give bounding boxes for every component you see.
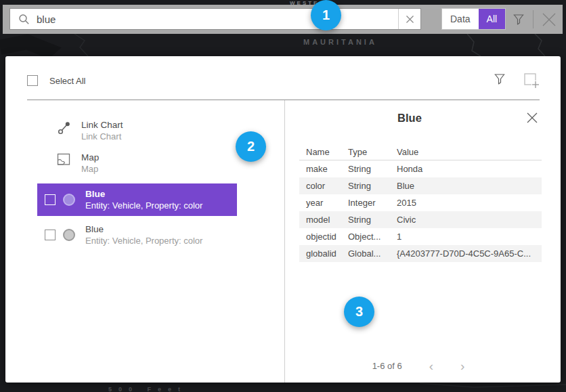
map-label-mauritania: MAURITANIA <box>303 38 377 46</box>
toolbar-divider <box>533 10 534 28</box>
select-all-row: Select All <box>27 75 85 86</box>
column-header-value: Value <box>397 147 542 157</box>
panel-header-divider <box>27 100 540 100</box>
mode-data-button[interactable]: Data <box>442 9 479 29</box>
cell-name: model <box>299 215 348 225</box>
result-subtitle: Entity: Vehicle, Property: color <box>85 235 202 246</box>
search-toolbar: Data All <box>3 5 563 34</box>
cell-name: year <box>299 198 348 208</box>
table-header-row: Name Type Value <box>299 144 542 160</box>
cell-name: make <box>299 164 348 174</box>
result-title: Blue <box>85 223 202 235</box>
annotation-callout-1: 1 <box>311 0 341 30</box>
cell-type: String <box>348 181 397 191</box>
select-all-checkbox[interactable] <box>27 75 38 86</box>
result-title: Link Chart <box>81 119 123 131</box>
cell-type: Integer <box>348 198 397 208</box>
mode-all-button[interactable]: All <box>479 9 506 29</box>
results-filter-icon[interactable] <box>493 72 509 89</box>
column-header-name: Name <box>299 147 348 157</box>
cell-type: Global... <box>348 248 397 259</box>
entity-dot-icon <box>63 194 75 206</box>
link-chart-icon <box>57 121 72 135</box>
cell-value: Blue <box>397 181 542 191</box>
table-row: model String Civic <box>299 211 542 228</box>
entity-dot-icon <box>63 229 75 241</box>
map-scale-label: 500 Feet <box>108 386 187 392</box>
table-row: globalid Global... {A4203777-D70D-4C5C-9… <box>299 245 542 262</box>
cell-name: objectid <box>299 232 348 242</box>
table-row: color String Blue <box>299 177 542 194</box>
close-search-icon[interactable] <box>540 11 558 28</box>
details-title: Blue <box>298 112 521 125</box>
attribute-table: Name Type Value make String Honda color … <box>299 144 542 262</box>
cell-type: String <box>348 164 397 174</box>
cell-value: Honda <box>397 164 542 174</box>
add-to-selection-icon[interactable] <box>523 72 541 90</box>
cell-name: color <box>299 181 348 191</box>
pagination-next-icon[interactable]: › <box>456 362 469 371</box>
annotation-callout-2: 2 <box>236 131 266 162</box>
details-close-icon[interactable] <box>526 112 540 125</box>
table-row: make String Honda <box>299 160 542 177</box>
result-subtitle: Link Chart <box>81 131 123 142</box>
search-results-panel: Select All Link Chart Link Chart <box>5 56 561 383</box>
column-header-type: Type <box>348 147 397 157</box>
pagination-prev-icon[interactable]: ‹ <box>425 362 437 371</box>
result-subtitle: Map <box>81 163 99 175</box>
panel-vertical-divider <box>284 100 285 383</box>
result-item-blue-selected[interactable]: Blue Entity: Vehicle, Property: color <box>37 183 237 216</box>
map-icon <box>57 153 72 168</box>
cell-type: Object... <box>348 232 397 242</box>
search-box[interactable] <box>9 8 421 30</box>
result-checkbox[interactable] <box>45 194 56 205</box>
pagination: 1-6 of 6 ‹ › <box>299 361 542 371</box>
result-checkbox[interactable] <box>45 230 56 240</box>
search-icon <box>10 14 37 25</box>
search-input[interactable] <box>37 9 398 29</box>
table-row: objectid Object... 1 <box>299 228 542 245</box>
cell-value: 2015 <box>397 198 542 208</box>
result-title: Map <box>81 152 99 163</box>
cell-name: globalid <box>299 248 348 259</box>
filter-icon[interactable] <box>510 12 527 28</box>
result-title: Blue <box>85 188 202 200</box>
select-all-label: Select All <box>49 76 85 86</box>
pagination-label: 1-6 of 6 <box>372 361 402 371</box>
annotation-callout-3: 3 <box>344 297 374 327</box>
cell-value: 1 <box>397 232 542 242</box>
cell-value: Civic <box>397 215 542 225</box>
table-row: year Integer 2015 <box>299 194 542 211</box>
search-mode-toggle: Data All <box>441 8 506 30</box>
result-item-blue-unselected[interactable]: Blue Entity: Vehicle, Property: color <box>37 219 237 251</box>
result-subtitle: Entity: Vehicle, Property: color <box>85 200 202 211</box>
cell-type: String <box>348 215 397 225</box>
clear-search-button[interactable] <box>398 9 420 29</box>
cell-value: {A4203777-D70D-4C5C-9A65-C... <box>397 248 542 259</box>
